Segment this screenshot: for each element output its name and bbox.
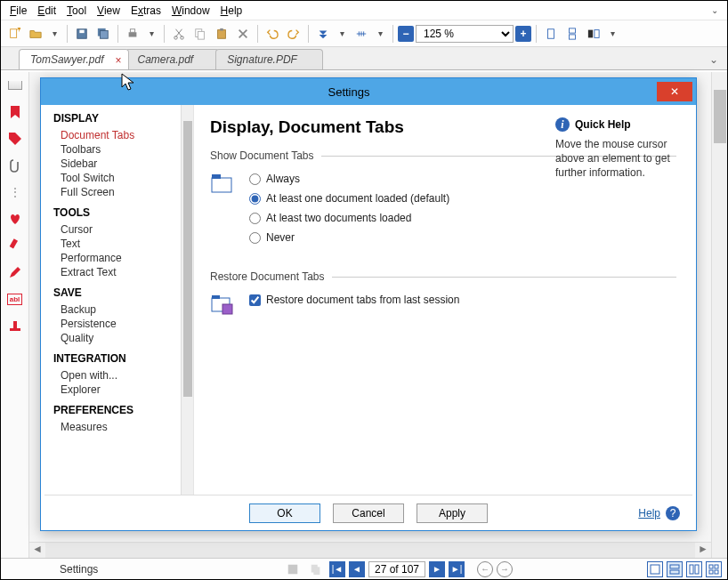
- radio-never[interactable]: Never: [249, 231, 449, 244]
- print-dropdown-icon[interactable]: ▾: [144, 28, 159, 38]
- rail-abl-icon[interactable]: abl: [7, 291, 23, 307]
- page-indicator[interactable]: 27 of 107: [368, 561, 425, 577]
- restore-tabs-legend: Restore Document Tabs: [210, 270, 332, 283]
- view-mode-3-icon[interactable]: [686, 561, 702, 577]
- tree-item-sidebar[interactable]: Sidebar: [53, 157, 193, 171]
- radio-always[interactable]: Always: [249, 173, 449, 185]
- radio-two-loaded[interactable]: At least two documents loaded: [249, 212, 449, 224]
- vertical-scrollbar[interactable]: [711, 72, 727, 558]
- rail-stamp-icon[interactable]: [7, 318, 23, 334]
- print-icon[interactable]: [123, 24, 142, 44]
- radio-one-loaded[interactable]: At least one document loaded (default): [249, 192, 449, 205]
- tree-item-cursor[interactable]: Cursor: [53, 222, 193, 237]
- apply-button[interactable]: Apply: [417, 503, 488, 523]
- copy-icon[interactable]: [190, 24, 210, 44]
- dialog-titlebar[interactable]: Settings ✕: [41, 78, 696, 105]
- tab-close-icon[interactable]: ×: [115, 54, 121, 67]
- menu-help[interactable]: Help: [215, 3, 248, 19]
- tree-item-measures[interactable]: Measures: [53, 420, 193, 434]
- svg-rect-14: [548, 28, 554, 38]
- open-folder-icon[interactable]: [26, 24, 45, 44]
- tree-item-performance[interactable]: Performance: [53, 251, 193, 265]
- nav-forward-icon[interactable]: →: [497, 561, 513, 577]
- svg-rect-18: [595, 29, 599, 37]
- zoom-in-button[interactable]: +: [515, 26, 531, 42]
- menu-extras[interactable]: Extras: [125, 3, 166, 19]
- ruler-dropdown-icon[interactable]: ▾: [373, 28, 388, 38]
- rail-clip-icon[interactable]: [7, 157, 23, 173]
- rail-marker-icon[interactable]: [7, 238, 23, 254]
- nav-prev-icon[interactable]: ◄: [349, 561, 365, 577]
- zoom-select[interactable]: 125 %: [416, 25, 514, 43]
- paste-icon[interactable]: [212, 24, 231, 44]
- dialog-buttons: OK Cancel Apply Help?: [44, 495, 692, 530]
- save-all-icon[interactable]: [93, 24, 113, 44]
- svg-rect-19: [9, 238, 17, 248]
- restore-icon: [210, 294, 239, 318]
- tree-item-text[interactable]: Text: [53, 237, 193, 251]
- tree-item-quality[interactable]: Quality: [53, 331, 193, 345]
- tab-camera[interactable]: Camera.pdf: [125, 49, 219, 69]
- undo-icon[interactable]: [263, 24, 282, 44]
- ruler-icon[interactable]: [352, 24, 371, 44]
- tree-scrollbar[interactable]: [181, 105, 193, 495]
- zoom-out-button[interactable]: −: [398, 26, 414, 42]
- tree-item-backup[interactable]: Backup: [53, 302, 193, 317]
- menu-window[interactable]: Window: [166, 3, 215, 19]
- cut-icon[interactable]: [169, 24, 189, 44]
- view-mode-2-icon[interactable]: [667, 561, 683, 577]
- menu-edit[interactable]: Edit: [32, 3, 61, 19]
- help-link[interactable]: Help?: [638, 506, 680, 520]
- cancel-button[interactable]: Cancel: [333, 503, 404, 523]
- svg-rect-27: [690, 565, 693, 574]
- layout-dropdown-icon[interactable]: ▾: [605, 28, 620, 38]
- rail-checkbox-icon[interactable]: [7, 77, 23, 93]
- open-dropdown-icon[interactable]: ▾: [47, 28, 62, 38]
- svg-rect-34: [212, 174, 221, 179]
- delete-icon[interactable]: [233, 24, 253, 44]
- tab-signature[interactable]: Signature.PDF: [215, 49, 323, 69]
- redo-icon[interactable]: [284, 24, 303, 44]
- rail-heart-icon[interactable]: [7, 211, 23, 227]
- rail-dots-icon[interactable]: ⋮: [7, 184, 23, 200]
- tree-item-extract-text[interactable]: Extract Text: [53, 265, 193, 279]
- rail-bookmark-icon[interactable]: [7, 104, 23, 120]
- tree-item-full-screen[interactable]: Full Screen: [53, 185, 193, 199]
- tree-item-persistence[interactable]: Persistence: [53, 317, 193, 331]
- svg-rect-31: [709, 570, 713, 574]
- layout-continuous-icon[interactable]: [562, 24, 582, 44]
- rail-pencil-icon[interactable]: [7, 264, 23, 280]
- layout-facing-icon[interactable]: [584, 24, 603, 44]
- layout-single-icon[interactable]: [541, 24, 561, 44]
- ok-button[interactable]: OK: [249, 503, 320, 523]
- find-icon[interactable]: [313, 24, 333, 44]
- tabs-overflow-icon[interactable]: ⌄: [700, 50, 727, 69]
- status-save-icon[interactable]: [283, 560, 303, 579]
- menu-tool[interactable]: Tool: [61, 3, 92, 19]
- svg-rect-3: [79, 29, 84, 33]
- nav-back-icon[interactable]: ←: [477, 561, 493, 577]
- dialog-close-button[interactable]: ✕: [657, 82, 692, 101]
- tree-item-document-tabs[interactable]: Document Tabs: [53, 128, 193, 142]
- tree-item-open-with[interactable]: Open with...: [53, 368, 193, 383]
- horizontal-scrollbar[interactable]: ◄►: [29, 542, 711, 558]
- menubar-overflow-icon[interactable]: ⌄: [706, 5, 724, 15]
- tab-tomsawyer[interactable]: TomSawyer.pdf×: [19, 49, 129, 69]
- checkbox-restore-tabs[interactable]: Restore document tabs from last session: [249, 294, 459, 306]
- rail-tag-icon[interactable]: [7, 131, 23, 147]
- tree-item-tool-switch[interactable]: Tool Switch: [53, 171, 193, 185]
- save-icon[interactable]: [72, 24, 92, 44]
- nav-first-icon[interactable]: |◄: [329, 561, 345, 577]
- menu-view[interactable]: View: [92, 3, 125, 19]
- find-dropdown-icon[interactable]: ▾: [335, 28, 350, 38]
- tree-item-explorer[interactable]: Explorer: [53, 383, 193, 397]
- view-mode-1-icon[interactable]: [647, 561, 663, 577]
- nav-last-icon[interactable]: ►|: [449, 561, 465, 577]
- view-mode-4-icon[interactable]: [706, 561, 722, 577]
- menu-file[interactable]: File: [4, 3, 32, 19]
- new-doc-icon[interactable]: ✶: [4, 24, 24, 44]
- nav-next-icon[interactable]: ►: [429, 561, 445, 577]
- tree-item-toolbars[interactable]: Toolbars: [53, 142, 193, 157]
- status-copy-icon[interactable]: [306, 560, 326, 579]
- svg-rect-6: [129, 32, 137, 36]
